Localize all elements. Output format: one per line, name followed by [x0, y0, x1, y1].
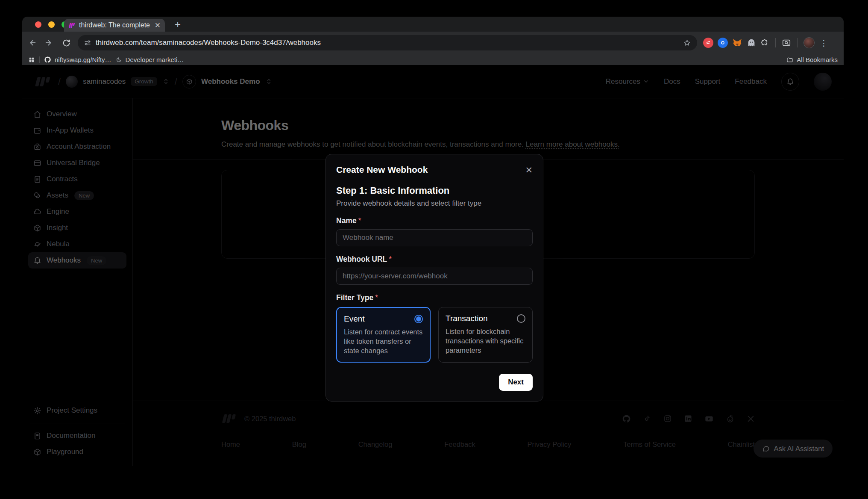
bookmark-star-icon[interactable]: [683, 39, 691, 47]
bookmark-item-developer-marketing[interactable]: Developer marketi…: [116, 56, 184, 63]
extension-icons: ⋮: [703, 37, 832, 48]
webhook-url-label: Webhook URL*: [336, 255, 533, 264]
reload-button[interactable]: [59, 35, 73, 50]
phantom-icon[interactable]: [747, 38, 756, 47]
transaction-card-title: Transaction: [446, 314, 488, 323]
thirdweb-favicon: [68, 22, 76, 29]
site-settings-icon[interactable]: [84, 39, 91, 47]
back-button[interactable]: [25, 35, 39, 50]
event-radio[interactable]: [414, 315, 423, 323]
transaction-radio[interactable]: [517, 314, 525, 323]
required-mark: *: [375, 293, 378, 302]
apps-grid-icon[interactable]: [28, 56, 35, 63]
url-text: thirdweb.com/team/saminacodes/Webhooks-D…: [96, 38, 679, 47]
extension-icon-red[interactable]: [703, 38, 713, 48]
all-bookmarks-button[interactable]: All Bookmarks: [786, 56, 838, 63]
window-controls: [35, 21, 68, 28]
tab-strip: thirdweb: The complete web3 ✕ +: [22, 17, 844, 32]
page-viewport: / saminacodes Growth / Webhooks Demo: [22, 65, 844, 466]
folder-icon: [786, 56, 793, 63]
next-button[interactable]: Next: [499, 374, 533, 391]
event-card-description: Listen for contract events like token tr…: [344, 328, 423, 355]
filter-type-label: Filter Type*: [336, 293, 533, 302]
event-card-title: Event: [344, 314, 365, 324]
filter-type-event-card[interactable]: Event Listen for contract events like to…: [336, 307, 431, 363]
chrome-profile-avatar[interactable]: [803, 37, 815, 48]
tab-search-icon[interactable]: [782, 38, 791, 47]
bookmarks-divider: [39, 56, 40, 63]
extension-icon-blue[interactable]: [718, 38, 728, 48]
window-minimize-button[interactable]: [48, 21, 55, 28]
metamask-icon[interactable]: [732, 38, 742, 48]
create-webhook-modal: Create New Webhook ✕ Step 1: Basic Infor…: [326, 154, 543, 402]
toolbar-divider: [797, 38, 798, 47]
webhook-name-input[interactable]: [336, 229, 533, 246]
github-icon: [44, 56, 51, 63]
back-icon: [27, 38, 37, 47]
window-close-button[interactable]: [35, 21, 41, 28]
required-mark: *: [358, 216, 361, 225]
forward-icon: [44, 38, 54, 47]
forward-button[interactable]: [42, 35, 56, 50]
bookmark-item-niftyswap[interactable]: niftyswap.gg/Nifty…: [44, 56, 111, 63]
extensions-puzzle-icon[interactable]: [760, 38, 769, 47]
transaction-card-description: Listen for blockchain transactions with …: [446, 327, 525, 355]
modal-title: Create New Webhook: [336, 165, 428, 175]
webhook-url-input[interactable]: [336, 268, 533, 285]
step-title: Step 1: Basic Information: [336, 185, 533, 196]
required-mark: *: [389, 255, 392, 263]
new-tab-button[interactable]: +: [172, 18, 184, 30]
chrome-menu-icon[interactable]: ⋮: [820, 38, 828, 48]
toolbar-divider: [775, 38, 776, 47]
step-subtitle: Provide webhook details and select filte…: [336, 199, 533, 208]
desktop-background: thirdweb: The complete web3 ✕ + thirdweb…: [0, 0, 868, 499]
moon-favicon-icon: [116, 56, 122, 63]
tab-close-icon[interactable]: ✕: [155, 22, 161, 29]
tab-title: thirdweb: The complete web3: [79, 21, 151, 29]
bookmarks-bar: niftyswap.gg/Nifty… Developer marketi… A…: [22, 54, 844, 65]
bookmarks-divider: [782, 56, 782, 63]
name-label: Name*: [336, 216, 533, 225]
address-bar[interactable]: thirdweb.com/team/saminacodes/Webhooks-D…: [78, 35, 697, 50]
reload-icon: [62, 38, 71, 47]
browser-window: thirdweb: The complete web3 ✕ + thirdweb…: [22, 17, 844, 466]
modal-close-icon[interactable]: ✕: [525, 165, 533, 174]
filter-type-transaction-card[interactable]: Transaction Listen for blockchain transa…: [438, 307, 533, 363]
browser-toolbar: thirdweb.com/team/saminacodes/Webhooks-D…: [22, 32, 844, 54]
browser-tab[interactable]: thirdweb: The complete web3 ✕: [64, 19, 165, 32]
